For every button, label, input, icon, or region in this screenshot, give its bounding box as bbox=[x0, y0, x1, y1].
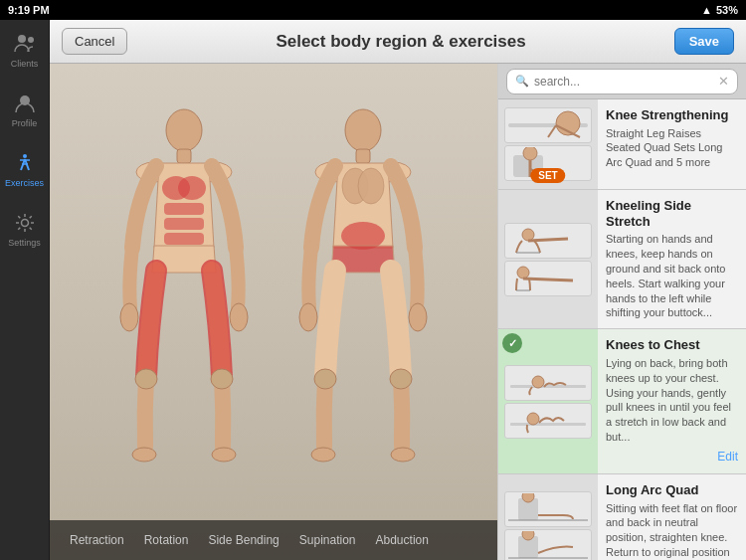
wifi-icon: ▲ bbox=[701, 4, 712, 16]
sidebar-item-clients[interactable]: Clients bbox=[0, 20, 50, 80]
body-list-area: Retraction Rotation Side Bending Supinat… bbox=[50, 64, 746, 560]
exercise-item[interactable]: Long Arc Quad Sitting with feet flat on … bbox=[498, 474, 746, 560]
exercise-info: Knees to Chest Lying on back, bring both… bbox=[598, 329, 746, 473]
svg-point-5 bbox=[166, 109, 202, 151]
checkmark-badge: ✓ bbox=[502, 333, 522, 353]
svg-point-16 bbox=[132, 448, 156, 462]
page-title: Select body region & exercises bbox=[127, 32, 673, 52]
svg-point-18 bbox=[135, 369, 157, 389]
svg-point-46 bbox=[532, 376, 544, 388]
svg-rect-12 bbox=[164, 218, 204, 230]
thumb-img-2 bbox=[504, 529, 592, 560]
status-right: ▲ 53% bbox=[701, 4, 738, 16]
exercise-name: Knee Strengthening bbox=[606, 107, 738, 123]
svg-point-20 bbox=[345, 109, 381, 151]
svg-rect-6 bbox=[177, 149, 191, 163]
search-input-wrap[interactable]: 🔍 ✕ bbox=[506, 69, 738, 94]
exercise-item-selected[interactable]: ✓ bbox=[498, 329, 746, 474]
svg-point-50 bbox=[522, 493, 534, 502]
svg-point-0 bbox=[18, 35, 26, 43]
search-clear-icon[interactable]: ✕ bbox=[718, 74, 729, 89]
svg-rect-45 bbox=[510, 385, 586, 388]
sidebar: Clients Profile Exercises bbox=[0, 20, 50, 560]
search-input[interactable] bbox=[534, 75, 713, 89]
thumbnail-images bbox=[502, 223, 594, 296]
cancel-button[interactable]: Cancel bbox=[62, 28, 127, 55]
save-button[interactable]: Save bbox=[674, 28, 734, 55]
svg-point-3 bbox=[23, 154, 27, 158]
scroll-tabs: Retraction Rotation Side Bending Supinat… bbox=[50, 520, 497, 560]
svg-point-14 bbox=[120, 303, 138, 331]
svg-point-25 bbox=[358, 168, 384, 204]
exercise-info: Kneeling Side Stretch Starting on hands … bbox=[598, 190, 746, 328]
svg-point-43 bbox=[517, 267, 529, 279]
app-container: Clients Profile Exercises bbox=[0, 20, 746, 560]
settings-label: Settings bbox=[8, 238, 41, 248]
exercise-desc: Straight Leg Raises Seated Quad Sets Lon… bbox=[606, 126, 738, 171]
exercise-desc: Sitting with feet flat on floor and back… bbox=[606, 501, 738, 561]
clients-icon bbox=[13, 32, 37, 56]
exercise-item[interactable]: Kneeling Side Stretch Starting on hands … bbox=[498, 190, 746, 329]
sidebar-item-profile[interactable]: Profile bbox=[0, 80, 50, 139]
exercise-thumbnail bbox=[498, 474, 598, 560]
status-bar: 9:19 PM ▲ 53% bbox=[0, 0, 746, 20]
right-panel: 🔍 ✕ bbox=[497, 64, 746, 560]
settings-icon bbox=[13, 211, 37, 235]
thumb-img-1 bbox=[504, 491, 592, 527]
exercise-edit-button[interactable]: Edit bbox=[717, 448, 738, 466]
svg-point-54 bbox=[522, 531, 534, 540]
exercise-name: Long Arc Quad bbox=[606, 482, 738, 498]
tab-supination[interactable]: Supination bbox=[289, 520, 366, 560]
profile-label: Profile bbox=[12, 118, 38, 128]
tab-rotation[interactable]: Rotation bbox=[134, 520, 199, 560]
svg-point-19 bbox=[211, 369, 233, 389]
svg-point-29 bbox=[311, 448, 335, 462]
anatomy-back[interactable] bbox=[283, 108, 443, 476]
svg-rect-13 bbox=[164, 233, 204, 245]
clients-label: Clients bbox=[11, 59, 39, 69]
svg-point-28 bbox=[409, 303, 427, 331]
svg-point-31 bbox=[314, 369, 336, 389]
svg-point-30 bbox=[391, 448, 415, 462]
exercises-label: Exercises bbox=[5, 178, 44, 188]
tab-side-bending[interactable]: Side Bending bbox=[198, 520, 288, 560]
body-area: Retraction Rotation Side Bending Supinat… bbox=[50, 64, 497, 560]
thumb-img-1 bbox=[504, 223, 592, 259]
svg-point-17 bbox=[212, 448, 236, 462]
exercise-desc: Lying on back, bring both knees up to yo… bbox=[606, 356, 738, 445]
svg-point-32 bbox=[390, 369, 412, 389]
exercise-name: Kneeling Side Stretch bbox=[606, 198, 738, 229]
thumb-img-2 bbox=[504, 403, 592, 439]
svg-point-15 bbox=[230, 303, 248, 331]
thumbnail-images bbox=[502, 365, 594, 439]
exercise-info: Long Arc Quad Sitting with feet flat on … bbox=[598, 474, 746, 560]
anatomy-container bbox=[50, 64, 497, 520]
thumbnail-images bbox=[502, 491, 594, 560]
tab-abduction[interactable]: Abduction bbox=[366, 520, 439, 560]
profile-icon bbox=[13, 92, 37, 115]
battery-text: 53% bbox=[716, 4, 738, 16]
svg-point-4 bbox=[21, 219, 28, 226]
svg-rect-47 bbox=[510, 423, 586, 426]
svg-point-10 bbox=[178, 176, 206, 200]
exercises-icon bbox=[13, 151, 37, 175]
exercise-item[interactable]: SET Knee Strengthening Straight Leg Rais… bbox=[498, 99, 746, 190]
sidebar-item-settings[interactable]: Settings bbox=[0, 199, 50, 259]
svg-rect-21 bbox=[356, 149, 370, 163]
tab-retraction[interactable]: Retraction bbox=[60, 520, 134, 560]
exercise-info: Knee Strengthening Straight Leg Raises S… bbox=[598, 99, 746, 189]
sidebar-item-exercises[interactable]: Exercises bbox=[0, 139, 50, 199]
set-badge: SET bbox=[530, 168, 565, 183]
exercise-name: Knees to Chest bbox=[606, 337, 738, 353]
exercise-desc: Starting on hands and knees, keep hands … bbox=[606, 232, 738, 320]
svg-point-1 bbox=[28, 37, 34, 43]
anatomy-front[interactable] bbox=[104, 108, 264, 476]
thumb-img-1 bbox=[504, 107, 592, 143]
exercise-thumbnail: SET bbox=[498, 99, 598, 189]
exercise-thumbnail: ✓ bbox=[498, 329, 598, 473]
svg-point-41 bbox=[522, 229, 534, 241]
thumb-img-1 bbox=[504, 365, 592, 401]
thumb-img-2 bbox=[504, 261, 592, 296]
search-bar: 🔍 ✕ bbox=[498, 64, 746, 99]
exercise-list: SET Knee Strengthening Straight Leg Rais… bbox=[498, 99, 746, 560]
